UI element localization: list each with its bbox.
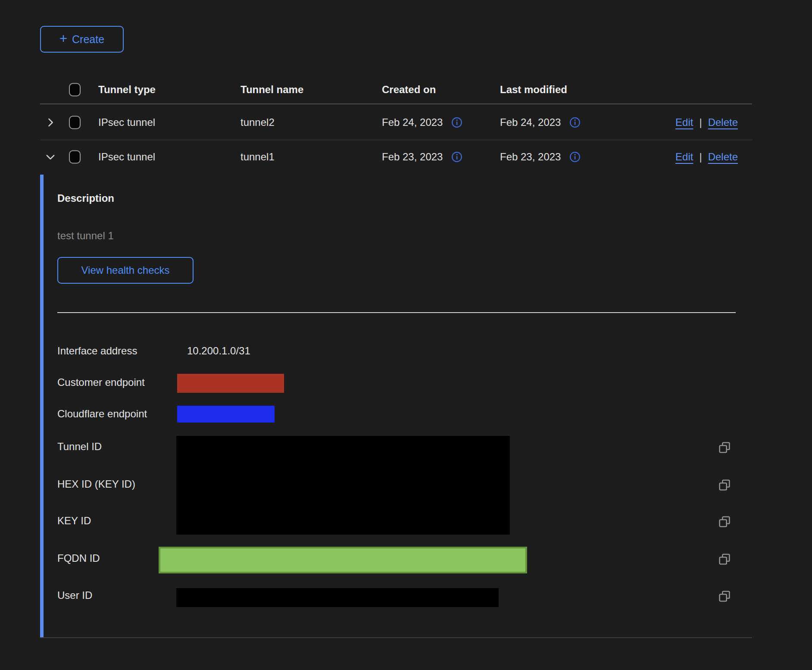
info-icon[interactable] bbox=[569, 151, 581, 163]
action-separator: | bbox=[699, 116, 702, 128]
section-divider bbox=[57, 312, 736, 313]
last-modified-value: Feb 23, 2023 bbox=[500, 151, 561, 163]
chevron-down-icon[interactable] bbox=[44, 151, 56, 163]
create-button[interactable]: + Create bbox=[40, 26, 124, 53]
copy-icon[interactable] bbox=[718, 589, 731, 603]
delete-link[interactable]: Delete bbox=[708, 116, 738, 128]
tunnel-id-label: Tunnel ID bbox=[57, 441, 102, 453]
tunnels-page: + Create Tunnel type Tunnel name Created… bbox=[0, 0, 812, 670]
created-on-value: Feb 24, 2023 bbox=[382, 116, 443, 128]
customer-endpoint-label: Customer endpoint bbox=[57, 376, 145, 388]
tunnel-detail-panel: Description test tunnel 1 View health ch… bbox=[40, 173, 752, 638]
user-id-label: User ID bbox=[57, 589, 92, 601]
table-row: IPsec tunnel tunnel2 Feb 24, 2023 Feb 24… bbox=[40, 105, 752, 140]
tunnel-type-value: IPsec tunnel bbox=[98, 151, 155, 163]
panel-bottom-border bbox=[40, 637, 752, 638]
action-separator: | bbox=[699, 151, 702, 163]
copy-icon[interactable] bbox=[718, 441, 731, 454]
edit-link[interactable]: Edit bbox=[675, 151, 693, 163]
tunnel-name-value: tunnel2 bbox=[240, 116, 275, 128]
interface-address-label: Interface address bbox=[57, 345, 137, 357]
tunnel-name-value: tunnel1 bbox=[240, 151, 275, 163]
customer-endpoint-redaction bbox=[177, 374, 284, 393]
info-icon[interactable] bbox=[569, 117, 581, 128]
chevron-right-icon[interactable] bbox=[44, 116, 56, 128]
row-checkbox[interactable] bbox=[69, 116, 81, 129]
row-checkbox[interactable] bbox=[69, 150, 81, 164]
edit-link[interactable]: Edit bbox=[675, 116, 693, 128]
created-on-value: Feb 23, 2023 bbox=[382, 151, 443, 163]
info-icon[interactable] bbox=[451, 151, 462, 163]
header-last-modified: Last modified bbox=[500, 84, 567, 96]
table-header-row: Tunnel type Tunnel name Created on Last … bbox=[40, 75, 752, 104]
copy-icon[interactable] bbox=[718, 552, 731, 566]
fqdn-id-label: FQDN ID bbox=[57, 552, 100, 564]
header-tunnel-name: Tunnel name bbox=[240, 84, 303, 96]
plus-icon: + bbox=[59, 32, 67, 45]
user-id-redaction bbox=[176, 588, 499, 607]
tunnel-type-value: IPsec tunnel bbox=[98, 116, 155, 128]
header-tunnel-type: Tunnel type bbox=[98, 84, 156, 96]
view-health-checks-button[interactable]: View health checks bbox=[57, 257, 194, 284]
description-value: test tunnel 1 bbox=[57, 230, 114, 242]
ids-redaction bbox=[176, 436, 510, 535]
copy-icon[interactable] bbox=[718, 478, 731, 492]
cloudflare-endpoint-redaction bbox=[177, 406, 275, 423]
create-button-label: Create bbox=[72, 33, 104, 46]
cloudflare-endpoint-label: Cloudflare endpoint bbox=[57, 408, 147, 420]
copy-icon[interactable] bbox=[718, 515, 731, 529]
key-id-label: KEY ID bbox=[57, 515, 91, 527]
expanded-row-accent-bar bbox=[40, 175, 44, 637]
interface-address-value: 10.200.1.0/31 bbox=[187, 345, 250, 357]
info-icon[interactable] bbox=[451, 117, 462, 128]
header-created-on: Created on bbox=[382, 84, 436, 96]
last-modified-value: Feb 24, 2023 bbox=[500, 116, 561, 128]
table-row: IPsec tunnel tunnel1 Feb 23, 2023 Feb 23… bbox=[40, 141, 752, 173]
delete-link[interactable]: Delete bbox=[708, 151, 738, 163]
hex-id-label: HEX ID (KEY ID) bbox=[57, 478, 135, 490]
description-label: Description bbox=[57, 192, 114, 204]
select-all-checkbox[interactable] bbox=[69, 83, 81, 96]
fqdn-id-redaction bbox=[159, 547, 527, 573]
